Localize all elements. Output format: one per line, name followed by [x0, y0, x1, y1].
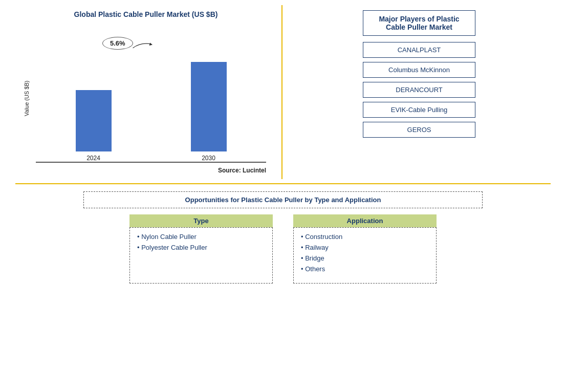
top-section: Global Plastic Cable Puller Market (US $… — [15, 5, 551, 179]
chart-inner: 5.6% 2024 — [31, 23, 271, 174]
application-item-3: Others — [301, 265, 429, 273]
bar-2030 — [191, 62, 227, 151]
vertical-divider — [281, 5, 282, 179]
type-column: Type Nylon Cable Puller Polyester Cable … — [129, 214, 273, 284]
cagr-arrow-icon — [132, 41, 153, 50]
chart-area: Value (US $B) 5.6% — [20, 23, 271, 174]
opps-title-box: Opportunities for Plastic Cable Puller b… — [83, 191, 483, 208]
type-header: Type — [129, 214, 273, 227]
svg-marker-0 — [149, 42, 152, 46]
cagr-value: 5.6% — [102, 37, 133, 50]
application-item-1: Railway — [301, 244, 429, 251]
players-title-line2: Cable Puller Market — [386, 23, 452, 31]
players-title-box: Major Players of Plastic Cable Puller Ma… — [363, 10, 475, 36]
bar-label-2024: 2024 — [86, 155, 100, 162]
player-item-1: Columbus McKinnon — [363, 62, 475, 78]
type-body: Nylon Cable Puller Polyester Cable Pulle… — [129, 227, 273, 284]
main-container: Global Plastic Cable Puller Market (US $… — [0, 0, 566, 392]
bar-group-2030: 2030 — [151, 62, 266, 162]
bottom-section: Opportunities for Plastic Cable Puller b… — [15, 188, 551, 387]
chart-title: Global Plastic Cable Puller Market (US $… — [20, 10, 271, 18]
x-axis-line — [36, 162, 266, 163]
bar-group-2024: 2024 — [36, 90, 151, 162]
y-axis-label: Value (US $B) — [20, 23, 31, 174]
cagr-bubble: 5.6% — [102, 37, 133, 50]
application-list: Construction Railway Bridge Others — [301, 233, 429, 273]
application-header: Application — [293, 214, 437, 227]
players-section: Major Players of Plastic Cable Puller Ma… — [288, 5, 551, 179]
players-title-line1: Major Players of Plastic — [379, 15, 459, 23]
application-column: Application Construction Railway Bridge … — [293, 214, 437, 284]
player-item-2: DERANCOURT — [363, 82, 475, 98]
chart-section: Global Plastic Cable Puller Market (US $… — [15, 5, 276, 179]
bar-label-2030: 2030 — [202, 155, 215, 162]
application-item-0: Construction — [301, 233, 429, 241]
player-item-3: EVIK-Cable Pulling — [363, 102, 475, 118]
player-item-0: CANALPLAST — [363, 42, 475, 58]
source-text: Source: Lucintel — [31, 167, 271, 174]
bar-2024 — [76, 90, 112, 151]
type-item-0: Nylon Cable Puller — [137, 233, 265, 241]
type-list: Nylon Cable Puller Polyester Cable Pulle… — [137, 233, 265, 251]
horizontal-divider — [15, 183, 551, 184]
opps-content: Type Nylon Cable Puller Polyester Cable … — [20, 214, 546, 284]
type-item-1: Polyester Cable Puller — [137, 244, 265, 251]
application-body: Construction Railway Bridge Others — [293, 227, 437, 284]
application-item-2: Bridge — [301, 254, 429, 262]
bars-area: 5.6% 2024 — [31, 23, 271, 162]
player-item-4: GEROS — [363, 122, 475, 138]
